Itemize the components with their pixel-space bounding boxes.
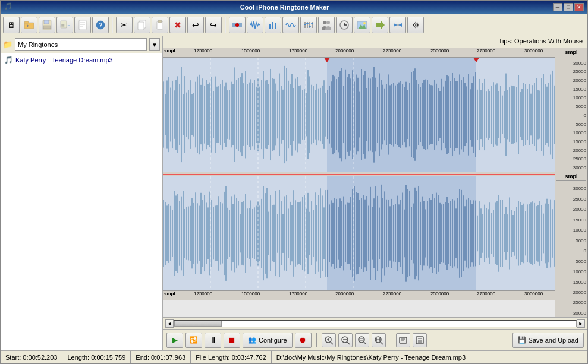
scale-10000-b: 10000 bbox=[556, 228, 586, 233]
status-file-path: D:\doc\My Music\My Ringtones\Katy Perry … bbox=[272, 351, 587, 363]
loop-button[interactable]: 🔁 bbox=[185, 333, 202, 348]
bottom-ruler-2000000: 2000000 bbox=[335, 291, 354, 296]
minimize-button[interactable]: ─ bbox=[553, 3, 562, 11]
svg-text:?: ? bbox=[99, 22, 103, 29]
scrollbar-thumb[interactable] bbox=[174, 321, 222, 327]
svg-marker-42 bbox=[394, 23, 397, 27]
controls-separator-2 bbox=[391, 333, 391, 347]
zoom-out-button[interactable] bbox=[338, 333, 353, 347]
scroll-left-button[interactable]: ◄ bbox=[165, 319, 174, 328]
scale-5000-b2: 5000 bbox=[556, 259, 586, 264]
info-button[interactable] bbox=[413, 333, 427, 347]
toolbar-sep-1 bbox=[112, 17, 113, 33]
waveform-main: smpl 1250000 1500000 1750000 2000000 225… bbox=[163, 48, 555, 317]
list-item[interactable]: 🎵 Katy Perry - Teenage Dream.mp3 bbox=[2, 55, 161, 65]
waveform-button[interactable] bbox=[247, 17, 263, 33]
scale-30000-b2: 30000 bbox=[556, 311, 586, 316]
chart-button[interactable] bbox=[265, 17, 281, 33]
zoom-selection-button[interactable] bbox=[355, 333, 369, 347]
zoom-fit-button[interactable] bbox=[372, 333, 386, 347]
folder-icon: 📁 bbox=[3, 40, 12, 49]
svg-rect-31 bbox=[311, 23, 313, 24]
scroll-right-button[interactable]: ► bbox=[577, 319, 585, 328]
svg-point-33 bbox=[326, 21, 330, 24]
svg-point-32 bbox=[323, 21, 326, 24]
status-end-text: End: 0:01:07.963 bbox=[136, 354, 185, 361]
save-upload-icon: 💾 bbox=[518, 336, 526, 344]
document-button[interactable] bbox=[74, 17, 91, 33]
play-button[interactable]: ▶ bbox=[166, 333, 183, 348]
svg-rect-28 bbox=[304, 24, 306, 25]
status-length-text: Length: 0:00:15.759 bbox=[67, 354, 125, 361]
landscape-button[interactable] bbox=[354, 17, 370, 33]
scale-0-b: 0 bbox=[556, 249, 586, 254]
waveform-container: smpl 1250000 1500000 1750000 2000000 225… bbox=[163, 48, 587, 317]
trim-button[interactable] bbox=[389, 17, 406, 33]
help-button[interactable]: ? bbox=[92, 17, 109, 33]
paste-button[interactable] bbox=[152, 17, 168, 33]
scale-5000-b: 5000 bbox=[556, 239, 586, 243]
pause-button[interactable]: ⏸ bbox=[205, 333, 221, 348]
svg-point-20 bbox=[235, 23, 239, 27]
folder-dropdown-button[interactable]: ▼ bbox=[149, 38, 160, 51]
delete-button[interactable]: ✖ bbox=[169, 17, 186, 33]
folder-select[interactable]: My Ringtones bbox=[15, 38, 147, 51]
monitor-button[interactable]: 🖥 bbox=[3, 17, 20, 33]
save-folder-button[interactable] bbox=[39, 17, 55, 33]
scale-30000-b: 30000 bbox=[556, 186, 586, 191]
scale-bottom-label: smpl bbox=[556, 173, 586, 181]
bottom-ruler-smpl-label: smpl bbox=[164, 291, 175, 296]
ruler-tick-1250000: 1250000 bbox=[194, 48, 212, 53]
stop-button[interactable]: ⏹ bbox=[224, 333, 240, 348]
scale-bottom: smpl 30000 25000 20000 15000 10000 5000 … bbox=[555, 172, 587, 317]
scale-15000-b: 15000 bbox=[556, 218, 586, 223]
svg-line-47 bbox=[331, 342, 333, 344]
properties-button[interactable] bbox=[396, 333, 410, 347]
equalizer-button[interactable] bbox=[300, 17, 317, 33]
record-button[interactable]: ⏺ bbox=[295, 333, 312, 348]
window-controls: ─ □ ✕ bbox=[553, 3, 584, 11]
scale-25000-b2: 25000 bbox=[556, 300, 586, 305]
open-folder-button[interactable]: ⬆ bbox=[21, 17, 37, 33]
wave2-button[interactable] bbox=[282, 17, 299, 33]
bottom-ruler-3000000: 3000000 bbox=[524, 291, 543, 296]
copy-button[interactable] bbox=[134, 17, 150, 33]
scale-10000-t2: 10000 bbox=[556, 131, 586, 135]
svg-rect-55 bbox=[360, 338, 363, 341]
save-upload-label: Save and Upload bbox=[529, 337, 578, 344]
svg-rect-1 bbox=[24, 21, 29, 23]
waveform-divider bbox=[163, 172, 555, 176]
svg-line-54 bbox=[364, 342, 366, 344]
scale-30000-t: 30000 bbox=[556, 61, 586, 66]
settings-button[interactable]: ⚙ bbox=[407, 17, 424, 33]
close-button[interactable]: ✕ bbox=[574, 3, 584, 11]
ruler-tick-2750000: 2750000 bbox=[477, 48, 495, 53]
scale-5000-t2: 5000 bbox=[556, 122, 586, 127]
configure-button[interactable]: 👥 Configure bbox=[243, 333, 293, 348]
bottom-ruler: smpl 1250000 1500000 1750000 2000000 225… bbox=[163, 290, 555, 300]
zoom-in-button[interactable] bbox=[322, 333, 336, 347]
export2-button[interactable] bbox=[372, 17, 388, 33]
scale-sidebar: smpl 30000 25000 20000 15000 10000 5000 … bbox=[555, 48, 587, 317]
scrollbar-track[interactable] bbox=[174, 320, 577, 327]
sidebar: 📁 My Ringtones ▼ 🎵 Katy Perry - Teenage … bbox=[1, 36, 163, 350]
cut-button[interactable]: ✂ bbox=[116, 17, 133, 33]
folder-name: My Ringtones bbox=[18, 41, 58, 48]
clock-button[interactable] bbox=[336, 17, 353, 33]
bottom-controls: ▶ 🔁 ⏸ ⏹ 👥 Configure ⏺ bbox=[163, 329, 587, 350]
undo-button[interactable]: ↩ bbox=[187, 17, 204, 33]
record2-button[interactable] bbox=[229, 17, 246, 33]
ruler-tick-3000000: 3000000 bbox=[524, 48, 543, 53]
scale-25000-t2: 25000 bbox=[556, 157, 586, 162]
redo-button[interactable]: ↪ bbox=[205, 17, 222, 33]
bottom-ruler-2250000: 2250000 bbox=[383, 291, 401, 296]
export-button[interactable]: ▤→ bbox=[56, 17, 73, 33]
waveform-top-channel[interactable]: /* SVG bars generated inline */ bbox=[163, 58, 555, 172]
svg-rect-29 bbox=[306, 23, 309, 24]
people-button[interactable] bbox=[318, 17, 335, 33]
waveform-bottom-channel[interactable] bbox=[163, 176, 555, 290]
maximize-button[interactable]: □ bbox=[564, 3, 573, 11]
app-icon: 🎵 bbox=[4, 2, 14, 12]
save-upload-button[interactable]: 💾 Save and Upload bbox=[512, 333, 584, 348]
scale-0-t: 0 bbox=[556, 113, 586, 118]
